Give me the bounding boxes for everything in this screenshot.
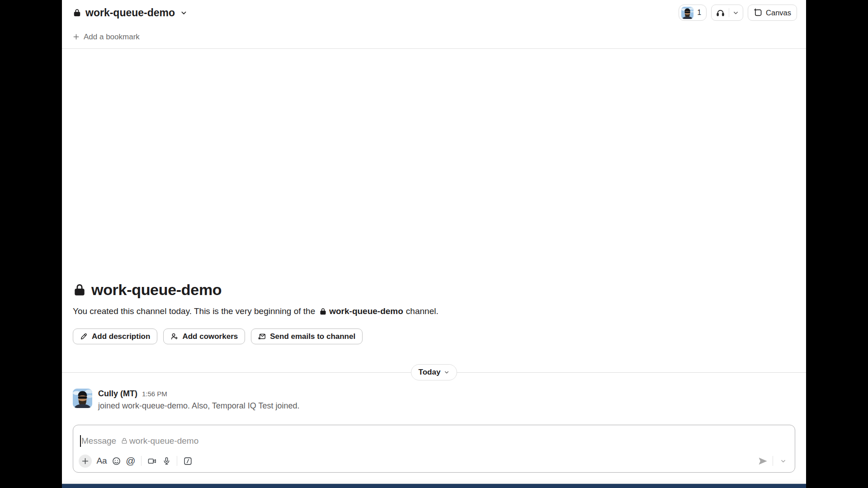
composer-area: Message work-queue-demo Aa [62,425,806,473]
toolbar-divider [177,456,177,466]
add-coworkers-button[interactable]: Add coworkers [163,328,245,344]
channel-intro: work-queue-demo You created this channel… [62,281,806,344]
message-row: Cully (MT) 1:56 PM joined work-queue-dem… [62,389,806,411]
mention-icon: @ [126,455,135,466]
window-bottom-strip [62,473,806,488]
slash-shortcuts-icon [183,456,193,466]
chevron-down-icon [444,370,449,375]
lock-icon [73,283,86,297]
bookmarks-bar: Add a bookmark [62,25,806,49]
intro-description-prefix: You created this channel today. This is … [73,306,315,316]
microphone-icon [162,456,171,466]
channel-intro-description: You created this channel today. This is … [73,306,795,316]
add-description-button[interactable]: Add description [73,328,157,344]
send-button[interactable] [755,454,770,468]
member-avatar [681,7,693,19]
shortcuts-button[interactable] [180,454,195,468]
message-text: joined work-queue-demo. Also, Temporal I… [98,400,300,411]
intro-description-suffix: channel. [406,306,439,316]
attach-plus-button[interactable] [79,455,92,468]
send-emails-button[interactable]: Send emails to channel [251,328,363,344]
composer-placeholder-channel: work-queue-demo [129,436,198,446]
send-divider [773,456,773,466]
channel-title-button[interactable]: work-queue-demo [73,7,187,19]
message-header: Cully (MT) 1:56 PM [98,389,300,399]
email-icon [258,333,266,340]
channel-intro-title: work-queue-demo [73,281,795,299]
canvas-button[interactable]: Canvas [748,5,797,21]
toolbar-divider [141,456,142,466]
format-icon: Aa [96,456,107,466]
chevron-down-icon [180,9,187,16]
video-clip-button[interactable] [145,454,159,468]
message-pane: work-queue-demo You created this channel… [62,49,806,425]
huddle-options-chevron-icon[interactable] [733,10,739,16]
channel-name: work-queue-demo [85,7,175,19]
intro-description-channel: work-queue-demo [329,306,403,316]
members-button[interactable]: 1 [679,5,707,21]
add-bookmark-label: Add a bookmark [84,33,140,42]
emoji-button[interactable] [109,454,123,468]
pencil-icon [80,333,88,340]
plus-icon [73,33,80,40]
bottom-accent-bar [62,484,806,488]
date-divider: Today [62,364,806,380]
person-add-icon [170,333,178,340]
headphones-icon [716,8,725,18]
emoji-icon [112,456,121,466]
lock-icon [121,437,128,445]
format-button[interactable]: Aa [94,454,109,468]
audio-clip-button[interactable] [159,454,174,468]
member-count: 1 [697,9,701,17]
send-controls [755,454,790,468]
canvas-label: Canvas [766,9,791,17]
add-description-label: Add description [92,332,150,341]
message-input[interactable]: Message work-queue-demo [73,425,795,454]
text-caret [80,435,81,447]
date-label: Today [419,368,441,377]
add-bookmark-button[interactable]: Add a bookmark [73,33,140,42]
lock-icon [319,308,327,315]
send-emails-label: Send emails to channel [270,332,355,341]
composer-toolbar: Aa @ [73,454,795,472]
header-actions: 1 Canvas [679,5,797,21]
message-timestamp[interactable]: 1:56 PM [142,389,167,399]
date-pill-button[interactable]: Today [411,364,458,380]
huddle-button[interactable] [711,5,743,21]
slack-channel-view: work-queue-demo 1 [62,0,806,488]
lock-icon [73,9,81,17]
message-composer: Message work-queue-demo Aa [73,425,795,473]
chevron-down-icon [780,458,786,464]
intro-channel-name: work-queue-demo [91,281,222,299]
video-icon [147,456,157,466]
avatar[interactable] [73,389,92,408]
plus-icon [81,457,89,465]
mention-button[interactable]: @ [123,454,138,468]
message-content: Cully (MT) 1:56 PM joined work-queue-dem… [98,389,300,411]
send-icon [758,456,768,466]
composer-placeholder-prefix: Message [81,436,116,446]
add-coworkers-label: Add coworkers [182,332,238,341]
channel-intro-actions: Add description Add coworkers Send email… [73,328,795,344]
channel-header: work-queue-demo 1 [62,0,806,25]
huddle-divider [729,8,729,17]
send-options-button[interactable] [776,454,790,468]
message-username[interactable]: Cully (MT) [98,389,137,399]
canvas-icon [754,8,763,17]
